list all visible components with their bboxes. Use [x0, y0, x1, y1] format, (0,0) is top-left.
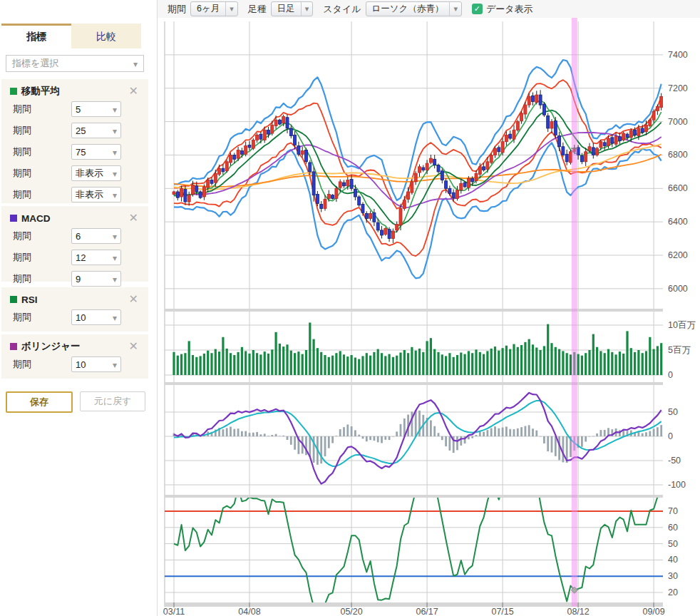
svg-text:7400: 7400 — [668, 50, 688, 60]
period-value: 25 — [76, 125, 86, 136]
period-dropdown[interactable]: 6ヶ月 — [190, 1, 238, 16]
chevron-down-icon — [113, 274, 117, 284]
section-title: ボリンジャー — [21, 340, 126, 353]
row-label: 期間 — [13, 124, 31, 137]
period-select[interactable]: 12 — [71, 250, 121, 265]
period-label: 期間 — [168, 3, 186, 16]
row-label: 期間 — [13, 272, 31, 285]
setting-row: 期間 10 — [1, 307, 148, 328]
save-button[interactable]: 保存 — [6, 391, 73, 413]
svg-text:7200: 7200 — [668, 83, 688, 93]
stock-chart-canvas[interactable]: 7400720070006800660064006200600010百万5百万0… — [158, 18, 700, 616]
period-select[interactable]: 75 — [71, 144, 121, 160]
period-value: 9 — [76, 274, 81, 284]
svg-text:0: 0 — [668, 431, 673, 441]
chevron-down-icon — [113, 359, 117, 370]
period-value: 75 — [76, 147, 86, 158]
period-value: 10 — [76, 312, 86, 323]
svg-text:5百万: 5百万 — [668, 345, 691, 355]
period-select[interactable]: 6 — [71, 228, 121, 244]
chart-area: 7400720070006800660064006200600010百万5百万0… — [158, 18, 700, 616]
indicator-sidebar: 指標 比較 指標を選択 移動平均 ✕ 期間 5 期間 25 期間 — [0, 0, 157, 616]
svg-text:03/11: 03/11 — [163, 607, 185, 616]
chevron-down-icon — [449, 2, 461, 16]
legend-swatch-icon — [10, 215, 17, 222]
period-value: 6 — [76, 231, 81, 242]
svg-text:08/12: 08/12 — [567, 607, 589, 616]
svg-text:20: 20 — [668, 587, 678, 597]
svg-text:6200: 6200 — [668, 250, 688, 260]
row-label: 期間 — [13, 230, 31, 242]
section-title: RSI — [21, 294, 126, 305]
setting-row: 期間 75 — [1, 141, 148, 163]
style-dropdown-value: ローソク（赤青） — [366, 2, 450, 16]
svg-text:6800: 6800 — [668, 150, 688, 160]
bar-type-dropdown-value: 日足 — [272, 2, 301, 16]
style-label: スタイル — [323, 3, 361, 16]
svg-text:-100: -100 — [668, 480, 686, 490]
chevron-down-icon — [113, 104, 117, 115]
period-select[interactable]: 25 — [71, 123, 121, 138]
setting-row: 期間 12 — [1, 247, 148, 268]
svg-text:09/09: 09/09 — [642, 607, 664, 616]
period-value: 12 — [76, 252, 86, 263]
data-display-checkbox[interactable] — [472, 4, 483, 14]
period-select[interactable]: 9 — [71, 271, 121, 287]
svg-text:30: 30 — [668, 571, 678, 581]
period-value: 非表示 — [76, 188, 103, 201]
close-icon[interactable]: ✕ — [126, 341, 141, 352]
svg-text:06/17: 06/17 — [416, 607, 438, 616]
row-label: 期間 — [13, 167, 31, 180]
chevron-down-icon — [113, 125, 117, 136]
selected-date-highlight[interactable] — [572, 18, 577, 607]
chart-toolbar: 期間 6ヶ月 足種 日足 スタイル ローソク（赤青） データ表示 — [158, 0, 700, 19]
chevron-down-icon — [113, 190, 117, 200]
period-select[interactable]: 5 — [71, 101, 121, 117]
row-label: 期間 — [13, 311, 31, 324]
tab-indicators[interactable]: 指標 — [1, 24, 71, 48]
period-select[interactable]: 10 — [71, 356, 121, 372]
data-display-label: データ表示 — [486, 3, 533, 16]
bar-type-dropdown[interactable]: 日足 — [271, 1, 314, 16]
close-icon[interactable]: ✕ — [126, 86, 141, 97]
section-title: 移動平均 — [21, 85, 126, 98]
period-select[interactable]: 非表示 — [71, 187, 121, 202]
setting-row: 期間 5 — [1, 98, 148, 120]
svg-text:6600: 6600 — [668, 183, 688, 193]
svg-text:40: 40 — [668, 555, 678, 565]
period-select[interactable]: 10 — [71, 309, 121, 325]
row-label: 期間 — [13, 145, 31, 158]
close-icon[interactable]: ✕ — [126, 294, 141, 305]
legend-swatch-icon — [10, 343, 17, 350]
row-label: 期間 — [13, 358, 31, 371]
chevron-down-icon — [133, 58, 138, 69]
chevron-down-icon — [113, 231, 117, 242]
legend-swatch-icon — [10, 296, 17, 303]
svg-text:60: 60 — [668, 523, 678, 533]
setting-row: 期間 10 — [1, 354, 148, 375]
section-moving-average: 移動平均 ✕ 期間 5 期間 25 期間 75 期間 — [1, 79, 148, 203]
indicator-select-placeholder: 指標を選択 — [12, 57, 58, 70]
tab-compare[interactable]: 比較 — [71, 24, 141, 48]
chevron-down-icon — [113, 168, 117, 179]
section-title: MACD — [21, 213, 126, 224]
setting-row: 期間 25 — [1, 120, 148, 141]
indicator-select[interactable]: 指標を選択 — [6, 55, 144, 72]
undo-button[interactable]: 元に戻す — [80, 391, 145, 411]
svg-text:7000: 7000 — [668, 117, 688, 127]
style-dropdown[interactable]: ローソク（赤青） — [366, 1, 462, 16]
row-label: 期間 — [13, 188, 31, 201]
legend-swatch-icon — [10, 88, 17, 95]
setting-row: 期間 6 — [1, 225, 148, 247]
close-icon[interactable]: ✕ — [126, 212, 141, 224]
svg-text:6400: 6400 — [668, 217, 688, 227]
section-macd: MACD ✕ 期間 6 期間 12 期間 9 — [1, 206, 148, 282]
svg-text:6000: 6000 — [668, 284, 688, 294]
section-bollinger: ボリンジャー ✕ 期間 10 — [1, 334, 148, 379]
bar-type-label: 足種 — [248, 3, 267, 16]
period-select[interactable]: 非表示 — [71, 165, 121, 181]
svg-text:-50: -50 — [668, 456, 681, 466]
period-value: 5 — [76, 104, 81, 115]
svg-text:0: 0 — [668, 370, 673, 380]
chevron-down-icon — [113, 252, 117, 263]
